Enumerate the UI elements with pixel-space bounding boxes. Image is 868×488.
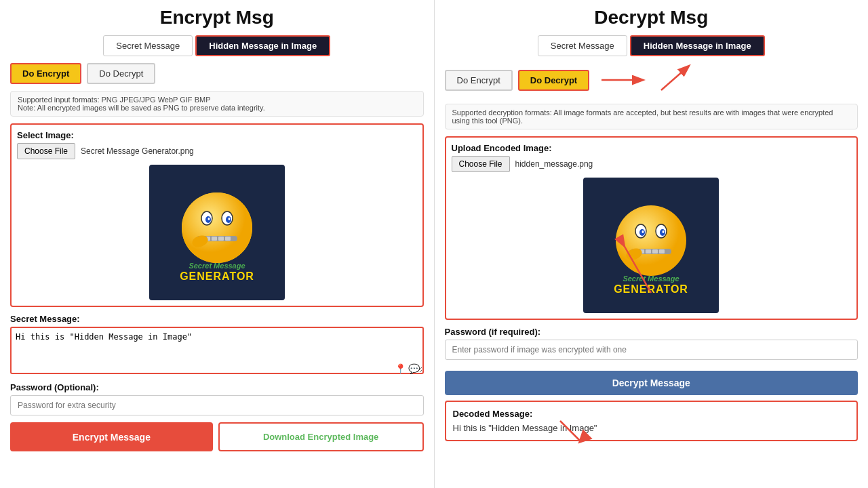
secret-message-section: Secret Message: Hi this is "Hidden Messa… [10,314,424,377]
svg-text:GENERATOR: GENERATOR [180,270,254,282]
right-do-decrypt-button[interactable]: Do Decrypt [518,70,589,91]
select-image-section: Select Image: Choose File Secret Message… [10,123,424,307]
location-icon: 📍 [395,363,406,374]
select-image-label: Select Image: [17,130,417,140]
left-tab-hidden[interactable]: Hidden Message in Image [195,35,330,56]
left-tab-secret[interactable]: Secret Message [103,35,193,56]
left-file-name: Secret Message Generator.png [81,146,194,156]
right-password-label: Password (if required): [445,327,859,337]
svg-rect-30 [652,249,658,253]
decoded-text: Hi this is "Hidden Message in Image" [453,423,850,433]
right-info-text: Supported decryption formats: All image … [452,108,851,125]
right-title: Decrypt Msg [445,7,859,28]
decrypt-message-button[interactable]: Decrypt Message [445,371,859,395]
right-tab-hidden[interactable]: Hidden Message in Image [630,35,765,56]
svg-rect-12 [218,237,224,241]
whatsapp-icon: 💬 [408,363,420,374]
upload-encoded-section: Upload Encoded Image: Choose File hidden… [445,136,859,320]
left-choose-file-button[interactable]: Choose File [17,143,75,159]
left-tab-row: Secret Message Hidden Message in Image [10,35,424,56]
svg-rect-13 [225,237,231,241]
password-input-right[interactable] [445,340,859,360]
right-choose-file-button[interactable]: Choose File [452,156,510,172]
svg-point-25 [663,230,665,233]
left-bottom-buttons: Encrypt Message Download Encrypted Image [10,422,424,451]
left-icon-row: 📍 💬 [395,363,420,374]
left-action-row: Do Encrypt Do Decrypt [10,63,424,84]
password-input-left[interactable] [10,395,424,415]
right-panel: Decrypt Msg Secret Message Hidden Messag… [435,0,869,488]
right-action-row: Do Encrypt Do Decrypt [445,63,859,97]
svg-text:GENERATOR: GENERATOR [614,283,688,295]
right-do-encrypt-button[interactable]: Do Encrypt [445,70,513,91]
secret-message-input[interactable]: Hi this is "Hidden Message in Image" [10,327,424,374]
upload-label: Upload Encoded Image: [452,143,852,153]
left-info-line1: Supported input formats: PNG JPEG/JPG We… [18,96,416,104]
svg-rect-31 [659,249,665,253]
svg-text:Secret Message: Secret Message [189,262,245,270]
left-title: Encrypt Msg [10,7,424,28]
left-info-box: Supported input formats: PNG JPEG/JPG We… [10,91,424,117]
svg-point-7 [228,218,230,220]
download-encrypted-button[interactable]: Download Encrypted Image [218,422,424,451]
arrow-up-annotation [654,63,695,97]
decoded-message-section: Decoded Message: Hi this is "Hidden Mess… [445,401,859,441]
left-image-preview: Secret Message GENERATOR [149,165,285,300]
right-info-box: Supported decryption formats: All image … [445,104,859,129]
encrypt-message-button[interactable]: Encrypt Message [10,422,213,451]
decoded-label: Decoded Message: [453,409,850,419]
right-tab-row: Secret Message Hidden Message in Image [445,35,859,56]
svg-point-1 [182,192,252,263]
left-textarea-wrapper: Hi this is "Hidden Message in Image" 📍 💬 [10,327,424,377]
right-image-svg: Secret Message GENERATOR [587,181,715,310]
right-file-name: hidden_message.png [515,159,593,169]
secret-message-label: Secret Message: [10,314,424,324]
svg-line-18 [661,66,688,90]
right-image-preview: Secret Message GENERATOR [583,178,719,313]
svg-rect-29 [646,249,651,253]
password-section-left: Password (Optional): [10,382,424,415]
svg-point-6 [208,218,210,220]
svg-point-24 [642,230,644,233]
svg-rect-11 [212,237,217,241]
arrow-annotation [601,70,656,90]
svg-text:Secret Message: Secret Message [623,274,679,283]
do-encrypt-button[interactable]: Do Encrypt [10,63,81,84]
svg-point-19 [616,205,686,276]
right-tab-secret[interactable]: Secret Message [538,35,627,56]
right-file-input-row: Choose File hidden_message.png [452,156,852,172]
left-panel: Encrypt Msg Secret Message Hidden Messag… [0,0,435,488]
left-image-svg: Secret Message GENERATOR [153,168,281,297]
password-label-left: Password (Optional): [10,382,424,392]
left-file-input-row: Choose File Secret Message Generator.png [17,143,417,159]
do-decrypt-button[interactable]: Do Decrypt [87,63,155,84]
right-password-section: Password (if required): [445,327,859,360]
left-info-line2: Note: All encrypted images will be saved… [18,104,416,112]
